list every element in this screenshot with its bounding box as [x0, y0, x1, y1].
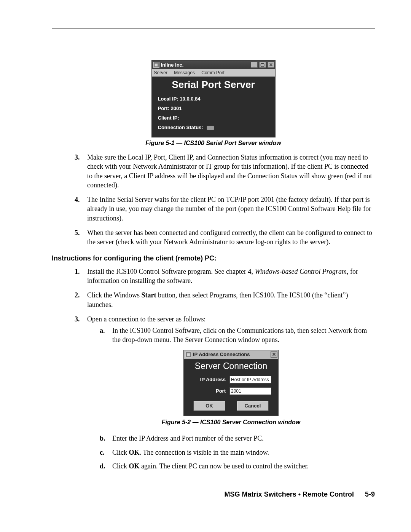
substep-letter: d. — [100, 462, 112, 471]
substep-text: Enter the IP Address and Port number of … — [112, 434, 375, 443]
conn-status-row: Connection Status: — [158, 125, 269, 130]
port-label: Port: — [158, 105, 169, 111]
step-text: Install the ICS100 Control Software prog… — [87, 267, 375, 286]
local-ip-row: Local IP: 10.0.0.84 — [158, 96, 269, 102]
port-row: Port — [184, 387, 278, 398]
client-step-2: 2. Click the Windows Start button, then … — [52, 291, 375, 309]
step-number: 4. — [75, 195, 87, 223]
page-rule — [52, 28, 375, 29]
substep-a: a. In the ICS100 Control Software, click… — [87, 326, 375, 345]
client-step-1: 1. Install the ICS100 Control Software p… — [52, 267, 375, 286]
substep-text: In the ICS100 Control Software, click on… — [112, 326, 375, 345]
close-icon[interactable]: ✕ — [271, 351, 277, 358]
app-icon: ▦ — [153, 62, 159, 68]
substep-text: Click OK. The connection is visible in t… — [112, 448, 375, 457]
menu-messages[interactable]: Messages — [174, 70, 195, 75]
conn-status-label: Connection Status: — [158, 125, 203, 130]
substep-letter: a. — [100, 326, 112, 345]
cancel-button[interactable]: Cancel — [237, 401, 269, 411]
substep-b: b. Enter the IP Address and Port number … — [64, 434, 375, 443]
step-number: 2. — [75, 291, 87, 309]
server-steps-list: 3. Make sure the Local IP, Port, Client … — [52, 153, 375, 247]
menu-bar: Server Messages Comm Port — [152, 69, 275, 77]
port-label: Port — [188, 388, 226, 394]
port-input[interactable] — [229, 387, 271, 395]
menu-commport[interactable]: Comm Port — [201, 70, 225, 75]
ok-button[interactable]: OK — [193, 401, 225, 411]
substep-letter: c. — [100, 448, 112, 457]
client-ip-row: Client IP: — [158, 115, 269, 121]
step-text: Click the Windows Start button, then sel… — [87, 291, 375, 309]
local-ip-value: 10.0.0.84 — [180, 96, 200, 102]
maximize-icon[interactable]: ▢ — [259, 62, 266, 68]
client-steps-list: 1. Install the ICS100 Control Software p… — [52, 267, 375, 476]
local-ip-label: Local IP: — [158, 96, 178, 102]
client-config-heading: Instructions for configuring the client … — [52, 254, 375, 262]
step-4: 4. The Inline Serial Server waits for th… — [52, 195, 375, 223]
banner-title: Server Connection — [184, 359, 278, 375]
client-ip-label: Client IP: — [158, 115, 179, 121]
figure-5-2-caption: Figure 5-2 — ICS100 Server Connection wi… — [87, 418, 375, 427]
ip-address-row: IP Address — [184, 375, 278, 387]
ip-address-label: IP Address — [188, 377, 226, 382]
step-number: 1. — [75, 267, 87, 286]
step-5: 5. When the server has been connected an… — [52, 228, 375, 247]
server-connection-window: ▦ IP Address Connections ✕ Server Connec… — [183, 350, 279, 416]
minimize-icon[interactable]: _ — [251, 62, 258, 68]
port-row: Port: 2001 — [158, 105, 269, 111]
page-footer: MSG Matrix Switchers • Remote Control 5-… — [225, 490, 375, 498]
substep-text: Click OK again. The client PC can now be… — [112, 462, 375, 471]
close-icon[interactable]: ✕ — [268, 62, 274, 68]
ip-address-input[interactable] — [229, 376, 271, 383]
step-text: Open a connection to the server as follo… — [87, 315, 375, 475]
banner-title: Serial Port Server — [152, 77, 275, 94]
step-text: Make sure the Local IP, Port, Client IP,… — [87, 153, 375, 190]
step-number: 5. — [75, 228, 87, 247]
app-icon: ▦ — [185, 351, 191, 358]
status-light-icon — [207, 126, 214, 130]
page-content: ▦ Inline Inc. _ ▢ ✕ Server Messages Comm… — [52, 60, 375, 481]
menu-server[interactable]: Server — [154, 70, 167, 75]
port-value: 2001 — [170, 105, 182, 111]
figure-5-1-caption: Figure 5-1 — ICS100 Serial Port Server w… — [52, 140, 375, 147]
substep-c: c. Click OK. The connection is visible i… — [64, 448, 375, 457]
window-title: IP Address Connections — [193, 351, 250, 358]
substep-letter: b. — [100, 434, 112, 443]
window-titlebar: ▦ Inline Inc. _ ▢ ✕ — [152, 61, 275, 69]
window-titlebar: ▦ IP Address Connections ✕ — [184, 350, 278, 359]
window-title: Inline Inc. — [161, 62, 184, 68]
step-3: 3. Make sure the Local IP, Port, Client … — [52, 153, 375, 190]
step-text: When the server has been connected and c… — [87, 228, 375, 247]
step-text: The Inline Serial Server waits for the c… — [87, 195, 375, 223]
client-step-3: 3. Open a connection to the server as fo… — [52, 315, 375, 475]
substep-d: d. Click OK again. The client PC can now… — [64, 462, 375, 471]
page-number: 5-9 — [365, 490, 375, 498]
serial-port-server-window: ▦ Inline Inc. _ ▢ ✕ Server Messages Comm… — [151, 60, 276, 137]
step-number: 3. — [75, 153, 87, 190]
footer-title: MSG Matrix Switchers • Remote Control — [225, 490, 354, 498]
